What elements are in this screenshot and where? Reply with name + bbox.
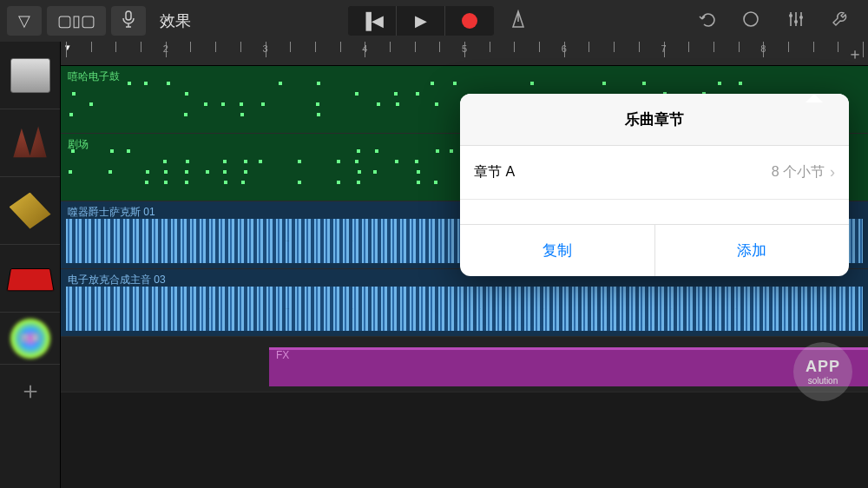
settings-button[interactable] [821,6,861,36]
track-label: 剧场 [68,137,89,152]
ruler-number: 2 [163,43,168,54]
track-header-fx[interactable] [0,313,60,365]
track-header-drums[interactable] [0,42,60,109]
section-length: 8 个小节 [772,163,825,181]
watermark-line1: APP [806,358,840,376]
mixer-button[interactable] [776,6,816,36]
track-row[interactable]: FX [61,337,868,392]
play-icon: ▶ [415,11,427,30]
ruler-number: 6 [562,43,567,54]
wrench-icon [832,10,851,33]
view-switch-button[interactable]: ▢▯▢ [47,6,106,36]
metronome-icon [510,10,527,33]
popover-title: 乐曲章节 [460,94,849,146]
loop-button[interactable] [731,6,771,36]
skip-back-icon: ▐◀ [360,11,384,30]
track-row[interactable]: 电子放克合成主音 03 [61,269,868,337]
track-label: 嘻哈电子鼓 [68,69,120,84]
instrument-sidebar: ＋ [0,42,61,488]
loop-icon [741,10,760,33]
song-sections-popover: 乐曲章节 章节 A 8 个小节 › 复制 添加 [460,94,849,276]
track-label: 噬器爵士萨克斯 01 [68,205,155,220]
undo-button[interactable] [686,6,726,36]
transport-controls: ▐◀ ▶ [348,6,494,36]
ruler-number: 5 [462,43,467,54]
microphone-icon [122,10,135,32]
watermark-line2: solution [808,376,838,386]
ruler-number: 8 [760,43,766,54]
fx-region[interactable] [269,347,868,386]
ruler[interactable]: ▾ ＋ 2345678 [61,42,868,66]
chevron-right-icon: › [830,163,835,181]
ruler-number: 3 [263,43,268,54]
strings-icon [10,125,51,162]
track-header-strings[interactable] [0,109,60,177]
track-label: 电子放克合成主音 03 [68,273,166,287]
svg-point-2 [789,14,792,17]
section-name: 章节 A [474,163,515,181]
section-row[interactable]: 章节 A 8 个小节 › [460,146,849,200]
top-toolbar: ▽ ▢▯▢ 效果 ▐◀ ▶ [0,0,868,42]
svg-point-3 [794,20,798,23]
brass-icon [10,193,51,229]
effects-button[interactable]: 效果 [151,10,200,31]
add-section-button[interactable]: 添加 [655,225,850,276]
fx-icon [10,319,50,359]
plus-icon: ＋ [18,374,43,407]
svg-point-1 [744,12,758,26]
record-icon [462,13,477,29]
keyboard-icon [6,268,54,291]
watermark-badge: APP solution [793,342,852,401]
mic-button[interactable] [111,6,146,36]
ruler-number: 4 [362,43,367,54]
metronome-button[interactable] [499,6,537,36]
play-button[interactable]: ▶ [397,6,445,36]
add-section-button[interactable]: ＋ [847,43,863,64]
browser-toggle-button[interactable]: ▽ [7,6,42,36]
track-view-icon: ▢▯▢ [57,11,95,30]
undo-icon [696,11,715,31]
svg-point-4 [799,16,803,19]
drum-machine-icon [10,58,50,93]
track-label: FX [276,349,289,361]
ruler-number: 7 [661,43,667,54]
svg-rect-0 [126,11,131,20]
track-header-keys[interactable] [0,245,60,313]
triangle-down-icon: ▽ [18,11,30,30]
sliders-icon [786,10,806,33]
rewind-button[interactable]: ▐◀ [348,6,397,36]
track-header-brass[interactable] [0,177,60,245]
record-button[interactable] [445,6,494,36]
copy-section-button[interactable]: 复制 [460,225,655,276]
add-track-button[interactable]: ＋ [0,365,60,417]
